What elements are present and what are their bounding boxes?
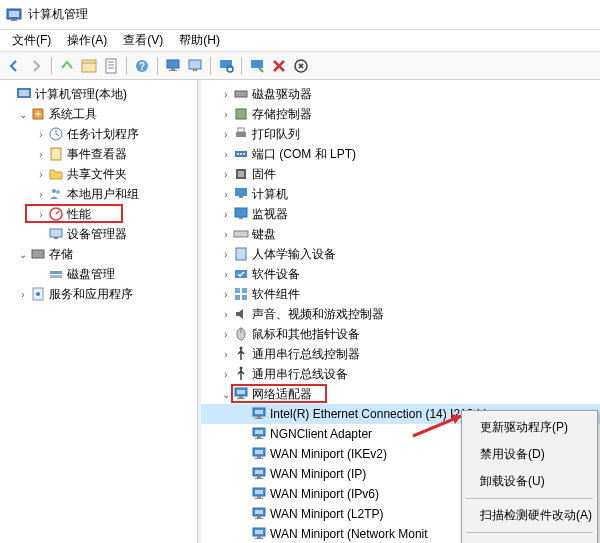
device-category[interactable]: ›存储控制器	[201, 104, 600, 124]
expand-icon[interactable]	[2, 87, 16, 101]
device-category[interactable]: ›通用串行总线设备	[201, 364, 600, 384]
menu-scan-hardware[interactable]: 扫描检测硬件改动(A)	[464, 502, 595, 529]
uninstall-button[interactable]	[291, 56, 311, 76]
perf-label: 性能	[67, 206, 91, 223]
expand-icon[interactable]: ›	[219, 207, 233, 221]
menu-help[interactable]: 帮助(H)	[171, 30, 228, 51]
expand-icon[interactable]: ›	[219, 107, 233, 121]
expand-icon[interactable]: ›	[219, 167, 233, 181]
device-category[interactable]: ›鼠标和其他指针设备	[201, 324, 600, 344]
menu-update-driver[interactable]: 更新驱动程序(P)	[464, 414, 595, 441]
tree-item-task-scheduler[interactable]: › 任务计划程序	[0, 124, 197, 144]
expand-icon[interactable]: ›	[34, 187, 48, 201]
menu-file[interactable]: 文件(F)	[4, 30, 59, 51]
up-button[interactable]	[57, 56, 77, 76]
expand-icon[interactable]: ›	[34, 167, 48, 181]
expand-icon[interactable]: ›	[219, 267, 233, 281]
collapse-icon[interactable]: ⌄	[219, 387, 233, 401]
svg-rect-33	[50, 275, 62, 278]
tree-item-performance[interactable]: › 性能	[0, 204, 197, 224]
tree-storage[interactable]: ⌄ 存储	[0, 244, 197, 264]
expand-icon[interactable]: ›	[219, 227, 233, 241]
svg-rect-52	[236, 248, 246, 260]
svg-rect-72	[257, 436, 261, 438]
expand-icon[interactable]: ›	[219, 87, 233, 101]
device-category[interactable]: ›计算机	[201, 184, 600, 204]
svg-rect-84	[257, 496, 261, 498]
computer-icon-button[interactable]	[163, 56, 183, 76]
tree-item-device-manager[interactable]: 设备管理器	[0, 224, 197, 244]
enable-button[interactable]	[247, 56, 267, 76]
tree-item-disk-mgmt[interactable]: 磁盘管理	[0, 264, 197, 284]
svg-rect-77	[255, 458, 263, 459]
svg-rect-13	[169, 70, 177, 71]
expand-icon[interactable]: ›	[219, 307, 233, 321]
monitor-icon-button[interactable]	[185, 56, 205, 76]
scan-button[interactable]	[216, 56, 236, 76]
collapse-icon[interactable]: ⌄	[16, 107, 30, 121]
help-button[interactable]: ?	[132, 56, 152, 76]
device-category[interactable]: ›软件设备	[201, 264, 600, 284]
menu-view[interactable]: 查看(V)	[115, 30, 171, 51]
category-label: 磁盘驱动器	[252, 86, 312, 103]
expand-icon[interactable]: ›	[34, 127, 48, 141]
svg-rect-63	[237, 390, 245, 394]
expand-icon[interactable]: ›	[219, 287, 233, 301]
event-icon	[48, 146, 64, 162]
device-category[interactable]: ›软件组件	[201, 284, 600, 304]
device-label: NGNClient Adapter	[270, 427, 372, 441]
device-category-network[interactable]: ⌄网络适配器	[201, 384, 600, 404]
device-category[interactable]: ›固件	[201, 164, 600, 184]
network-icon	[233, 386, 249, 402]
tree-root[interactable]: 计算机管理(本地)	[0, 84, 197, 104]
svg-point-44	[243, 153, 245, 155]
menu-action[interactable]: 操作(A)	[59, 30, 115, 51]
svg-text:?: ?	[139, 61, 145, 72]
svg-rect-93	[255, 538, 263, 539]
svg-rect-57	[242, 295, 247, 300]
device-category[interactable]: ›人体学输入设备	[201, 244, 600, 264]
services-label: 服务和应用程序	[49, 286, 133, 303]
menu-properties[interactable]: 属性(R)	[464, 536, 595, 543]
expand-icon[interactable]: ›	[219, 127, 233, 141]
category-icon	[233, 126, 249, 142]
tree-system-tools[interactable]: ⌄ 系统工具	[0, 104, 197, 124]
device-category[interactable]: ›端口 (COM 和 LPT)	[201, 144, 600, 164]
back-button[interactable]	[4, 56, 24, 76]
collapse-icon[interactable]: ⌄	[16, 247, 30, 261]
expand-icon[interactable]: ›	[219, 247, 233, 261]
device-category[interactable]: ›打印队列	[201, 124, 600, 144]
device-category[interactable]: ›磁盘驱动器	[201, 84, 600, 104]
svg-rect-3	[82, 60, 96, 72]
expand-icon[interactable]: ›	[219, 187, 233, 201]
expand-icon[interactable]: ›	[219, 347, 233, 361]
menu-disable-device[interactable]: 禁用设备(D)	[464, 441, 595, 468]
svg-rect-55	[242, 288, 247, 293]
forward-button[interactable]	[26, 56, 46, 76]
device-category[interactable]: ›监视器	[201, 204, 600, 224]
network-label: 网络适配器	[252, 386, 312, 403]
tree-item-shared-folders[interactable]: › 共享文件夹	[0, 164, 197, 184]
expand-icon[interactable]: ›	[34, 207, 48, 221]
menu-uninstall-device[interactable]: 卸载设备(U)	[464, 468, 595, 495]
category-icon	[233, 86, 249, 102]
network-adapter-icon	[251, 446, 267, 462]
svg-rect-32	[50, 271, 62, 274]
properties-button[interactable]	[101, 56, 121, 76]
tree-services-apps[interactable]: › 服务和应用程序	[0, 284, 197, 304]
show-hide-button[interactable]	[79, 56, 99, 76]
device-category[interactable]: ›声音、视频和游戏控制器	[201, 304, 600, 324]
expand-icon[interactable]: ›	[16, 287, 30, 301]
device-category[interactable]: ›通用串行总线控制器	[201, 344, 600, 364]
tree-item-local-users[interactable]: › 本地用户和组	[0, 184, 197, 204]
tree-item-event-viewer[interactable]: › 事件查看器	[0, 144, 197, 164]
context-menu: 更新驱动程序(P) 禁用设备(D) 卸载设备(U) 扫描检测硬件改动(A) 属性…	[461, 410, 598, 543]
category-label: 监视器	[252, 206, 288, 223]
expand-icon[interactable]: ›	[219, 147, 233, 161]
expand-icon[interactable]: ›	[34, 147, 48, 161]
expand-icon[interactable]: ›	[219, 327, 233, 341]
disable-button[interactable]	[269, 56, 289, 76]
expand-icon[interactable]: ›	[219, 367, 233, 381]
device-category[interactable]: ›键盘	[201, 224, 600, 244]
network-adapter-icon	[251, 426, 267, 442]
